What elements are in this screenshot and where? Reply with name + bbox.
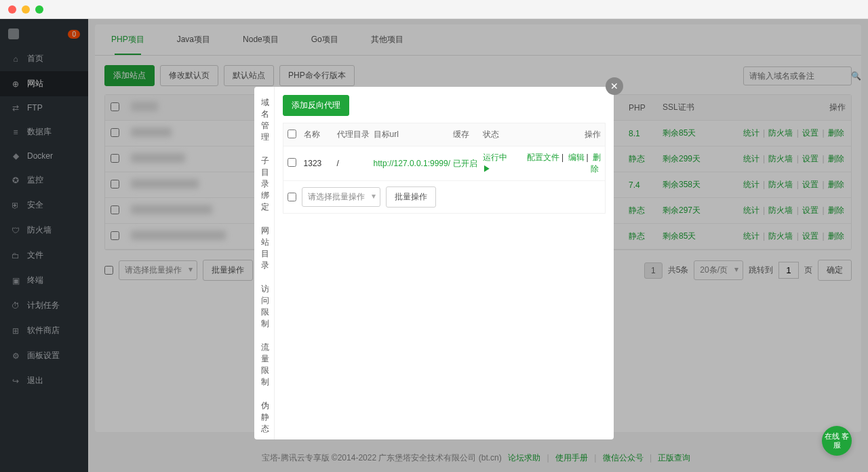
- mcol-dir: 代理目录: [337, 129, 371, 140]
- mcol-ops: 操作: [519, 129, 601, 140]
- proxy-dir: /: [337, 159, 371, 168]
- site-settings-modal: ✕ 域名管理子目录绑定网站目录访问限制流量限制伪静态默认文档配置文件SSLPHP…: [254, 87, 614, 439]
- modal-nav-1[interactable]: 子目录绑定: [254, 149, 274, 219]
- mcol-state: 状态: [483, 129, 517, 140]
- proxy-edit-link[interactable]: 编辑: [568, 153, 585, 162]
- add-reverse-proxy-button[interactable]: 添加反向代理: [283, 95, 349, 116]
- proxy-del-link[interactable]: 删除: [591, 153, 601, 174]
- modal-nav-4[interactable]: 流量限制: [254, 336, 274, 394]
- mcol-cache: 缓存: [453, 129, 480, 140]
- proxy-state[interactable]: 运行中 ▶: [483, 152, 517, 175]
- proxy-name: 1323: [304, 159, 334, 168]
- proxy-bulk-checkbox[interactable]: [288, 193, 296, 201]
- titlebar: [0, 0, 868, 19]
- close-window-dot[interactable]: [8, 5, 16, 14]
- modal-overlay[interactable]: ✕ 域名管理子目录绑定网站目录访问限制流量限制伪静态默认文档配置文件SSLPHP…: [0, 19, 868, 472]
- modal-nav-5[interactable]: 伪静态: [254, 394, 274, 439]
- proxy-bulk-select[interactable]: 请选择批量操作: [302, 187, 380, 207]
- modal-nav-2[interactable]: 网站目录: [254, 219, 274, 277]
- maximize-window-dot[interactable]: [35, 5, 43, 14]
- proxy-url[interactable]: http://127.0.0.1:9999/: [374, 159, 450, 168]
- modal-nav-3[interactable]: 访问限制: [254, 277, 274, 336]
- proxy-conf-link[interactable]: 配置文件: [527, 153, 559, 162]
- online-support-fab[interactable]: 在线 客服: [822, 426, 852, 456]
- proxy-bulk-execute[interactable]: 批量操作: [386, 186, 436, 208]
- mcol-url: 目标url: [374, 129, 450, 140]
- proxy-row: 1323 / http://127.0.0.1:9999/ 已开启 运行中 ▶ …: [283, 146, 605, 181]
- proxy-cache: 已开启: [453, 158, 480, 170]
- proxy-select-all[interactable]: [288, 130, 296, 138]
- proxy-row-checkbox[interactable]: [288, 158, 296, 167]
- mcol-name: 名称: [304, 129, 334, 140]
- minimize-window-dot[interactable]: [22, 5, 30, 14]
- modal-nav-0[interactable]: 域名管理: [254, 91, 274, 149]
- close-icon[interactable]: ✕: [606, 77, 623, 95]
